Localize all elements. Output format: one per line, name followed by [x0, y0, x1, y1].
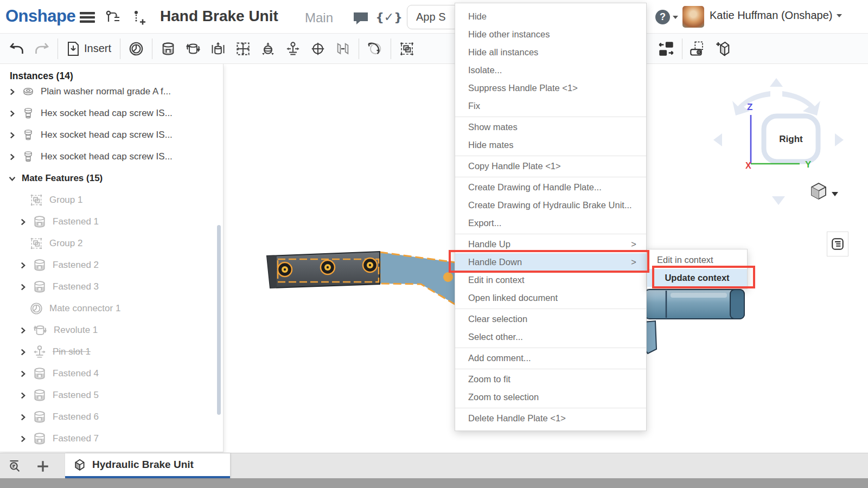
submenu-arrow: >: [631, 253, 636, 271]
chevron-down-icon[interactable]: [9, 175, 16, 182]
pin-slot-mate-button[interactable]: [280, 36, 305, 61]
section-view-button[interactable]: [711, 36, 736, 61]
handle-grip-part[interactable]: [267, 252, 380, 288]
mate-row-pin-slot-1[interactable]: Pin slot 1: [0, 341, 223, 363]
view-cube[interactable]: Right Z Y X: [713, 78, 844, 205]
redo-button[interactable]: [29, 36, 54, 61]
menu-item-delete[interactable]: Delete Handle Plate <1>: [455, 409, 646, 427]
isometric-cube-icon[interactable]: [812, 183, 826, 199]
feature-list-button[interactable]: [827, 232, 848, 256]
instance-row-screw-1[interactable]: Hex socket head cap screw IS...: [0, 102, 223, 124]
user-avatar[interactable]: [682, 6, 704, 28]
chevron-right-icon[interactable]: [20, 414, 27, 421]
mate-features-header[interactable]: Mate Features (15): [0, 168, 223, 189]
menu-item-add-comment[interactable]: Add comment...: [455, 349, 646, 367]
mate-row-fastened-3[interactable]: Fastened 3: [0, 276, 223, 298]
mate-row-fastened-1[interactable]: Fastened 1: [0, 211, 223, 233]
help-menu-button[interactable]: ?: [655, 10, 678, 24]
chevron-right-icon[interactable]: [20, 349, 27, 356]
chevron-right-icon[interactable]: [20, 262, 27, 269]
exploded-view-button[interactable]: [654, 36, 679, 61]
menu-item-export[interactable]: Export...: [455, 214, 646, 232]
tab-label: Hydraulic Brake Unit: [92, 459, 194, 471]
menu-item-suppress[interactable]: Suppress Handle Plate <1>: [455, 79, 646, 97]
view-options-caret[interactable]: [832, 192, 838, 196]
menu-item-isolate[interactable]: Isolate...: [455, 61, 646, 79]
cylindrical-mate-button[interactable]: [305, 36, 330, 61]
menu-item-clear-selection[interactable]: Clear selection: [455, 310, 646, 328]
menu-item-hide-mates[interactable]: Hide mates: [455, 136, 646, 154]
ball-mate-button[interactable]: [256, 36, 280, 61]
chevron-right-icon[interactable]: [20, 284, 27, 291]
menu-item-edit-in-context[interactable]: Edit in context: [455, 271, 646, 289]
submenu-item-edit-in-context[interactable]: Edit in context: [647, 251, 747, 269]
chevron-right-icon[interactable]: [9, 88, 16, 95]
menu-item-open-linked-document[interactable]: Open linked document: [455, 289, 646, 307]
search-tabs-button[interactable]: [7, 458, 25, 475]
insert-version-button[interactable]: [130, 10, 149, 25]
tab-hydraulic-brake-unit[interactable]: Hydraulic Brake Unit: [65, 453, 230, 478]
fastened-mate-button[interactable]: [156, 36, 181, 61]
chevron-right-icon[interactable]: [9, 132, 16, 139]
mate-row-revolute-1[interactable]: Revolute 1: [0, 319, 223, 341]
menu-item-hide-other-instances[interactable]: Hide other instances: [455, 25, 646, 43]
view-face-label[interactable]: Right: [779, 134, 803, 144]
grip-screw-2[interactable]: [321, 260, 335, 274]
menu-item-zoom-to-selection[interactable]: Zoom to selection: [455, 388, 646, 406]
chevron-right-icon[interactable]: [20, 435, 27, 442]
insert-button[interactable]: Insert: [61, 36, 117, 61]
chevron-right-icon[interactable]: [20, 392, 27, 399]
chevron-right-icon[interactable]: [20, 327, 27, 334]
menu-item-handle-down[interactable]: Handle Down >: [455, 253, 646, 271]
mate-row-fastened-2[interactable]: Fastened 2: [0, 254, 223, 276]
mate-row-group-1[interactable]: Group 1: [0, 189, 223, 211]
menu-item-zoom-to-fit[interactable]: Zoom to fit: [455, 370, 646, 388]
chevron-right-icon[interactable]: [20, 370, 27, 377]
mate-row-mate-connector-1[interactable]: Mate connector 1: [0, 298, 223, 319]
mate-row-fastened-5[interactable]: Fastened 5: [0, 384, 223, 406]
new-tab-button[interactable]: [34, 458, 52, 475]
handle-plate-part[interactable]: [380, 252, 456, 305]
mate-row-fastened-4[interactable]: Fastened 4: [0, 363, 223, 384]
instance-row-washer[interactable]: Plain washer normal grade A f...: [0, 86, 223, 102]
menu-item-fix[interactable]: Fix: [455, 97, 646, 115]
section-view-icon: [714, 41, 732, 57]
group-button[interactable]: [394, 36, 419, 61]
user-menu[interactable]: Katie Huffman (Onshape): [710, 9, 842, 22]
menu-item-create-drawing-hydraulic-brake-unit[interactable]: Create Drawing of Hydraulic Brake Unit..…: [455, 196, 646, 214]
slider-mate-button[interactable]: [206, 36, 231, 61]
mate-row-fastened-7[interactable]: Fastened 7: [0, 428, 223, 450]
grip-screw-1[interactable]: [278, 262, 292, 277]
menu-item-show-mates[interactable]: Show mates: [455, 118, 646, 136]
menu-item-handle-up[interactable]: Handle Up >: [455, 235, 646, 253]
revolute-mate-button[interactable]: [181, 36, 206, 61]
menu-divider: [455, 156, 646, 156]
mate-row-fastened-6[interactable]: Fastened 6: [0, 406, 223, 428]
named-views-button[interactable]: [686, 36, 711, 61]
planar-mate-button[interactable]: [231, 36, 256, 61]
featurescript-button[interactable]: {✓}: [380, 9, 398, 24]
instance-row-screw-3[interactable]: Hex socket head cap screw IS...: [0, 146, 223, 168]
menu-item-select-other[interactable]: Select other...: [455, 328, 646, 346]
chevron-right-icon[interactable]: [9, 110, 16, 117]
submenu-item-update-context[interactable]: Update context: [647, 269, 747, 287]
onshape-logo[interactable]: Onshape: [5, 7, 75, 26]
menu-item-hide-all-instances[interactable]: Hide all instances: [455, 43, 646, 61]
parallel-mate-button[interactable]: [330, 36, 355, 61]
menu-item-copy[interactable]: Copy Handle Plate <1>: [455, 157, 646, 175]
chevron-right-icon[interactable]: [9, 153, 16, 160]
menu-item-hide[interactable]: Hide: [455, 8, 646, 25]
main-menu-button[interactable]: [78, 10, 97, 25]
instance-row-screw-2[interactable]: Hex socket head cap screw IS...: [0, 124, 223, 146]
snap-mode-button[interactable]: [362, 36, 387, 61]
chevron-right-icon[interactable]: [20, 219, 27, 226]
master-cylinder-part[interactable]: [643, 290, 744, 354]
mate-row-group-2[interactable]: Group 2: [0, 233, 223, 254]
undo-button[interactable]: [4, 36, 29, 61]
versions-history-button[interactable]: [104, 10, 123, 25]
menu-item-create-drawing-handle-plate[interactable]: Create Drawing of Handle Plate...: [455, 178, 646, 196]
comments-button[interactable]: [352, 11, 370, 26]
mate-connector-button[interactable]: [124, 36, 149, 61]
panel-scrollbar[interactable]: [217, 225, 221, 415]
grip-screw-3[interactable]: [363, 258, 377, 272]
